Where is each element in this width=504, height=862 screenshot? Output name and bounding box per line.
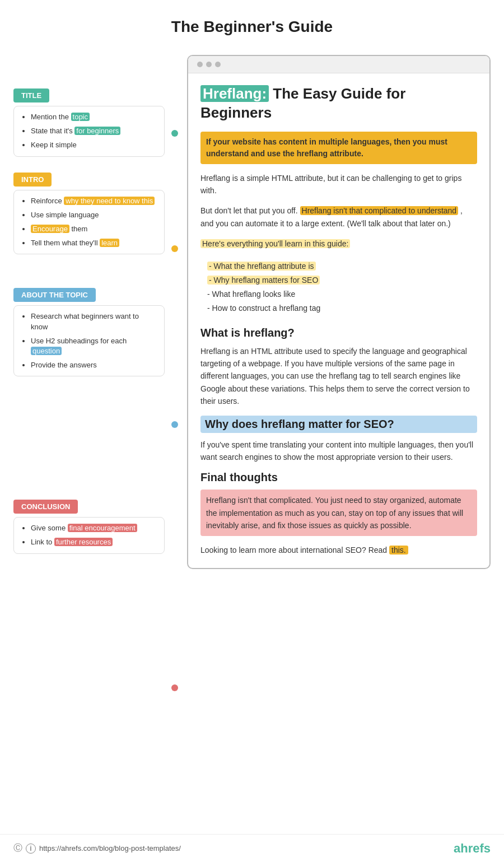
cc-icon: Ⓒ [13, 842, 22, 854]
about-bullet-1: Research what beginners want to know [31, 311, 156, 332]
about-section: ABOUT THE TOPIC Research what beginners … [13, 288, 165, 376]
left-annotations: TITLE Mention the topic State that it's … [13, 49, 165, 565]
guide-item-2: - Why hreflang matters for SEO [207, 274, 477, 286]
h2-what-is-hreflang: What is hreflang? [200, 327, 477, 339]
read-more-pre: Looking to learn more about internationa… [200, 546, 389, 555]
intro-label: INTRO [13, 173, 52, 187]
browser-dot-2 [206, 62, 212, 67]
guide-list: - What the hreflang attribute is - Why h… [200, 258, 477, 319]
footer-brand: ahrefs [454, 841, 491, 856]
page-title: The Beginner's Guide [0, 0, 504, 49]
beginners-highlight: for beginners [74, 127, 120, 135]
intro-paragraph-highlight: If your website has content in multiple … [200, 132, 477, 164]
conclusion-section: CONCLUSION Give some final encouragement… [13, 500, 165, 553]
seo-para: If you've spent time translating your co… [200, 439, 477, 464]
guide-item-4: - How to construct a hreflang tag [207, 302, 477, 314]
title-bullet-3: Keep it simple [31, 140, 156, 150]
title-section: TITLE Mention the topic State that it's … [13, 88, 165, 157]
guide-item-1: - What the hreflang attribute is [207, 260, 477, 272]
question-highlight: question [31, 347, 62, 355]
topic-highlight: topic [71, 113, 90, 121]
about-label: ABOUT THE TOPIC [13, 288, 96, 302]
brand-text: ahrefs [454, 841, 491, 855]
title-box: Mention the topic State that it's for be… [13, 106, 165, 157]
connector-dot-title [171, 130, 178, 137]
browser-wrap: Hreflang: The Easy Guide for Beginners I… [187, 49, 491, 569]
intro-bullet-2: Use simple language [31, 210, 156, 220]
learn-highlight: learn [100, 239, 119, 247]
browser-mockup: Hreflang: The Easy Guide for Beginners I… [187, 55, 491, 569]
connector-dot-about [171, 421, 178, 428]
article-para-1: Hreflang is a simple HTML attribute, but… [200, 172, 477, 197]
article-title-highlight: Hreflang: [200, 85, 269, 102]
intro-bullet-1: Reinforce why they need to know this [31, 196, 156, 206]
article-para-3: Here's everything you'll learn in this g… [200, 237, 477, 250]
guide-item-1-text: - What the hreflang attribute is [207, 262, 316, 271]
about-para: Hreflang is an HTML attribute used to sp… [200, 345, 477, 408]
footer: Ⓒ i https://ahrefs.com/blog/blog-post-te… [0, 834, 504, 862]
about-box: Research what beginners want to know Use… [13, 305, 165, 376]
h2-final-thoughts: Final thoughts [200, 471, 477, 484]
read-more-link[interactable]: this. [389, 546, 408, 555]
article-title: Hreflang: The Easy Guide for Beginners [200, 85, 477, 123]
intro-section: INTRO Reinforce why they need to know th… [13, 173, 165, 255]
further-highlight: further resources [54, 538, 113, 546]
browser-dot-3 [215, 62, 221, 67]
encourage-highlight: Encourage [31, 225, 69, 233]
article-para-2: But don't let that put you off. Hreflang… [200, 204, 477, 230]
about-bullet-2: Use H2 subheadings for each question [31, 336, 156, 356]
conclusion-bullet-1: Give some final encouragement [31, 523, 156, 533]
title-bullet-1: Mention the topic [31, 112, 156, 122]
browser-dot-1 [197, 62, 203, 67]
content-area: TITLE Mention the topic State that it's … [0, 49, 504, 614]
intro-box: Reinforce why they need to know this Use… [13, 190, 165, 255]
connector-dot-intro [171, 245, 178, 252]
footer-url: https://ahrefs.com/blog/blog-post-templa… [39, 844, 181, 852]
title-bullet-2: State that it's for beginners [31, 126, 156, 136]
why-highlight: why they need to know this [64, 197, 155, 205]
about-bullet-3: Provide the answers [31, 360, 156, 370]
browser-content: Hreflang: The Easy Guide for Beginners I… [188, 73, 489, 568]
intro-bullet-4: Tell them what they'll learn [31, 238, 156, 248]
info-icon: i [26, 844, 36, 854]
conclusion-highlight-para: Hreflang isn't that complicated. You jus… [200, 490, 477, 536]
browser-bar [188, 56, 489, 73]
read-more: Looking to learn more about internationa… [200, 544, 477, 556]
connector-dot-conclusion [171, 684, 178, 691]
conclusion-bullet-2: Link to further resources [31, 537, 156, 547]
para3-highlight: Here's everything you'll learn in this g… [200, 239, 350, 248]
guide-item-3: - What hreflang looks like [207, 288, 477, 300]
final-highlight: final encouragement [68, 524, 137, 532]
conclusion-box: Give some final encouragement Link to fu… [13, 517, 165, 553]
title-label: TITLE [13, 88, 49, 102]
guide-item-3-text: - What hreflang looks like [207, 290, 295, 299]
intro-bullet-3: Encourage them [31, 224, 156, 234]
footer-left: Ⓒ i https://ahrefs.com/blog/blog-post-te… [13, 842, 181, 854]
guide-item-4-text: - How to construct a hreflang tag [207, 304, 320, 313]
para2-pre: But don't let that put you off. [200, 206, 300, 215]
guide-item-2-text: - Why hreflang matters for SEO [207, 276, 320, 285]
para2-highlight: Hreflang isn't that complicated to under… [300, 206, 459, 215]
h2-why-hreflang: Why does hreflang matter for SEO? [200, 416, 477, 433]
conclusion-label: CONCLUSION [13, 500, 78, 514]
